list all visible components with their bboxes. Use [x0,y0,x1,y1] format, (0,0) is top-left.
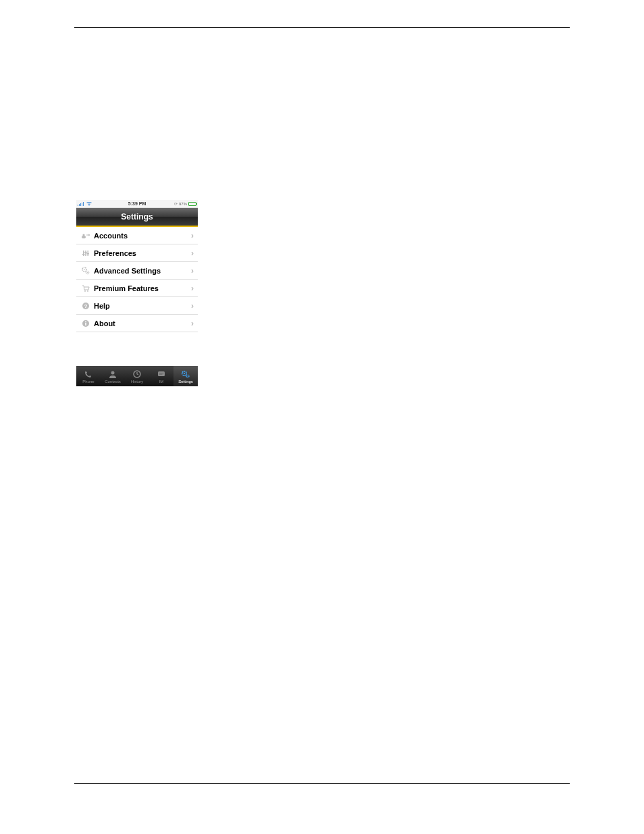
tab-label: Phone [82,380,94,384]
row-label: Help [91,302,191,310]
sliders-icon [80,249,91,257]
svg-rect-8 [87,253,90,255]
tab-label: Settings [178,380,193,384]
tab-label: History [131,380,144,384]
contacts-icon [108,369,117,379]
svg-rect-19 [85,323,86,325]
tab-bar: Phone Contacts History [76,366,198,386]
page-top-rule [74,27,570,28]
wifi-icon [86,202,92,206]
svg-point-12 [87,271,88,272]
tab-label: IM [159,380,164,384]
svg-point-2 [82,234,84,236]
tab-phone[interactable]: Phone [76,366,101,386]
svg-point-26 [184,373,185,374]
svg-point-14 [87,290,88,292]
tab-settings[interactable]: Settings [173,366,198,386]
row-label: Advanced Settings [91,267,191,275]
chevron-right-icon: › [191,284,194,293]
svg-point-20 [111,371,115,374]
tab-contacts[interactable]: Contacts [101,366,125,386]
row-about[interactable]: About › [76,315,198,332]
cart-icon [80,284,91,292]
svg-point-28 [187,375,188,376]
row-premium-features[interactable]: Premium Features › [76,280,198,297]
row-label: Premium Features [91,284,191,292]
chevron-right-icon: › [191,319,194,328]
navbar-title: Settings [121,212,153,221]
svg-point-13 [84,290,86,292]
page-bottom-rule [74,783,570,784]
accounts-icon [80,232,91,239]
svg-rect-6 [82,254,85,255]
row-accounts[interactable]: Accounts › [76,227,198,244]
row-label: Accounts [91,232,191,240]
gears-icon [80,267,91,275]
chevron-right-icon: › [191,231,194,240]
phone-screenshot: 5:39 PM ⟳ 97% Settings Accounts [76,200,198,386]
svg-rect-23 [159,373,164,373]
row-advanced-settings[interactable]: Advanced Settings › [76,262,198,280]
signal-bars-icon [78,202,84,206]
svg-rect-24 [159,373,163,374]
tab-history[interactable]: History [125,366,149,386]
status-bar: 5:39 PM ⟳ 97% [76,200,198,208]
phone-icon [84,369,93,379]
tab-label: Contacts [105,380,121,384]
svg-point-1 [82,236,86,238]
settings-gear-icon [181,369,190,379]
svg-point-18 [85,321,86,322]
navbar: Settings [76,208,198,227]
info-icon [80,319,91,328]
row-preferences[interactable]: Preferences › [76,244,198,262]
svg-text:?: ? [84,303,88,309]
chevron-right-icon: › [191,301,194,311]
svg-rect-4 [85,251,86,256]
svg-rect-7 [84,252,87,253]
svg-rect-3 [83,251,84,256]
help-icon: ? [80,302,91,310]
tab-im[interactable]: IM [149,366,173,386]
chevron-right-icon: › [191,249,194,258]
row-help[interactable]: ? Help › [76,297,198,315]
message-icon [157,369,166,379]
battery-percent: 97% [179,202,187,206]
settings-list: Accounts › Preferences › [76,227,198,332]
row-label: About [91,319,191,328]
svg-rect-22 [158,371,165,376]
row-label: Preferences [91,249,191,257]
history-icon [132,369,142,379]
svg-point-0 [88,205,89,205]
chevron-right-icon: › [191,266,194,276]
svg-point-10 [84,269,85,270]
battery-icon [188,202,196,206]
